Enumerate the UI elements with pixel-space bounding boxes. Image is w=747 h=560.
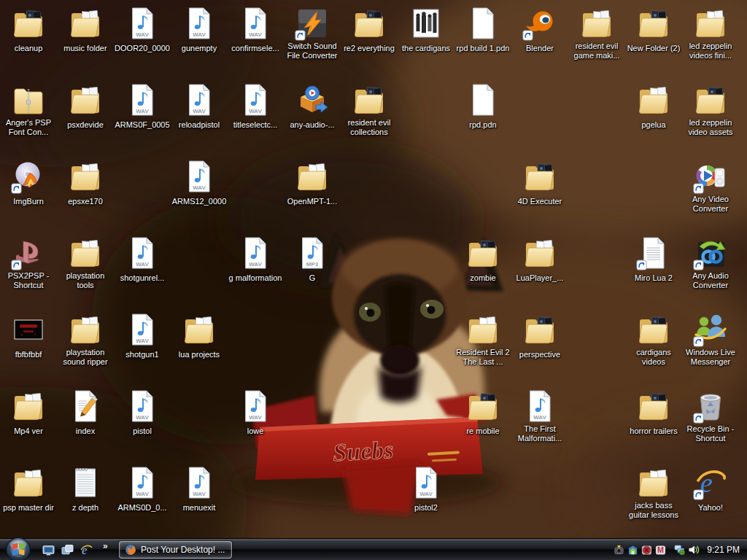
desktop-icon-4d-executer[interactable]: 4D Executer xyxy=(512,159,568,207)
network-tray-icon[interactable] xyxy=(674,544,686,556)
desktop-icon-psxdevide[interactable]: psxdevide xyxy=(58,82,113,131)
miranda-tray-icon[interactable]: M xyxy=(654,544,666,556)
internet-explorer-icon[interactable]: e xyxy=(80,544,93,556)
desktop-icon-horror-trailers[interactable]: horror trailers xyxy=(626,389,681,437)
desktop-icon-g-malformation[interactable]: WAVg malformation xyxy=(228,236,283,284)
desktop-icon-perspective[interactable]: perspective xyxy=(512,312,568,360)
desktop-icon-arms0d-0[interactable]: WAVARMS0D_0... xyxy=(115,465,170,513)
folder-image-icon xyxy=(636,389,671,424)
taskbar-button-label: Post Your Desktop! ... xyxy=(141,545,225,555)
desktop-icon-shotgunrel[interactable]: WAVshotgunrel... xyxy=(115,236,170,284)
svg-text:WAV: WAV xyxy=(193,184,206,191)
volume-tray-icon[interactable] xyxy=(688,544,700,556)
desktop-icon-cleanup[interactable]: cleanup xyxy=(1,6,56,54)
desktop-icon-cardigans-videos[interactable]: cardigans videos xyxy=(626,312,681,368)
desktop-icon-windows-live-messenger[interactable]: Windows Live Messenger xyxy=(683,312,738,368)
app-imgburn-icon xyxy=(11,159,46,194)
desktop-icon-jacks-bass-guitar-lessons[interactable]: jacks bass guitar lessons xyxy=(626,465,681,521)
desktop-icon-mp4-ver[interactable]: Mp4 ver xyxy=(1,389,56,437)
desktop-icon-lowe[interactable]: WAVlowe xyxy=(228,389,283,437)
red-status-tray-icon[interactable] xyxy=(640,544,652,556)
desktop-icon-gunempty[interactable]: WAVgunempty xyxy=(171,6,227,54)
folder-docs-icon xyxy=(68,6,103,41)
svg-text:WAV: WAV xyxy=(193,31,206,38)
desktop-icon-any-video-converter[interactable]: Any Video Converter xyxy=(683,159,738,214)
icon-label: pgelua xyxy=(641,120,665,130)
desktop-icon-psp-master-dir[interactable]: psp master dir xyxy=(1,465,56,513)
icon-label: Recycle Bin - Shortcut xyxy=(683,424,738,443)
icon-label: menuexit xyxy=(183,503,216,513)
desktop-icon-any-audio-converter[interactable]: Any Audio Converter xyxy=(683,236,738,291)
wav-icon: WAV xyxy=(125,312,160,347)
desktop-icon-fbfbfbbf[interactable]: fbfbfbbf xyxy=(1,312,56,360)
taskbar-clock[interactable]: 9:21 PM xyxy=(707,545,740,555)
icon-label: 4D Executer xyxy=(518,197,562,206)
device-tray-icon[interactable] xyxy=(613,544,624,556)
desktop-icon-imgburn[interactable]: ImgBurn xyxy=(1,159,56,207)
taskbar-button-post-your-desktop[interactable]: Post Your Desktop! ... xyxy=(119,541,232,559)
start-button[interactable] xyxy=(5,537,31,560)
desktop-icon-anger-s-psp-font-con[interactable]: Anger's PSP Font Con... xyxy=(1,82,56,138)
svg-text:WAV: WAV xyxy=(136,108,149,114)
desktop-icon-led-zeppelin-videos-fini[interactable]: led zeppelin videos fini... xyxy=(683,6,738,61)
switch-windows-icon[interactable] xyxy=(61,544,74,556)
desktop-icon-reloadpistol[interactable]: WAVreloadpistol xyxy=(171,82,227,131)
desktop-icon-titleselectc[interactable]: WAVtitleselectc... xyxy=(228,82,283,131)
desktop-icon-yahoo[interactable]: eYahoo! xyxy=(683,465,738,513)
desktop-icon-z-depth[interactable]: z depth xyxy=(58,465,113,513)
desktop-icon-arms0f-0005[interactable]: WAVARMS0F_0005 xyxy=(115,82,170,131)
desktop-icon-index[interactable]: index xyxy=(58,389,113,437)
quick-launch-overflow-chevron[interactable]: » xyxy=(103,541,107,551)
desktop-icon-re-mobile[interactable]: re mobile xyxy=(455,389,511,437)
wav-icon: WAV xyxy=(125,6,160,41)
icon-label: LuaPlayer_... xyxy=(516,273,564,283)
icon-label: index xyxy=(76,427,95,436)
desktop-icon-pistol[interactable]: WAVpistol xyxy=(115,389,170,437)
icon-label: New Folder (2) xyxy=(627,44,681,53)
folder-docs-icon xyxy=(68,82,103,117)
desktop-icon-rpd-build-1-pdn[interactable]: rpd build 1.pdn xyxy=(455,6,511,54)
folder-docs-icon xyxy=(68,312,103,347)
desktop-icon-epsxe170[interactable]: epsxe170 xyxy=(58,159,113,207)
safety-tray-icon[interactable] xyxy=(627,544,638,556)
desktop-icon-playstation-tools[interactable]: playstation tools xyxy=(58,236,113,291)
desktop-icon-g[interactable]: MP3G xyxy=(285,236,340,284)
desktop-icon-confirmsele[interactable]: WAVconfirmsele... xyxy=(228,6,283,54)
desktop-icon-any-audio[interactable]: any-audio-... xyxy=(285,82,340,131)
desktop-icon-the-cardigans[interactable]: the cardigans xyxy=(398,6,454,54)
desktop-icon-openmpt-1[interactable]: OpenMPT-1... xyxy=(285,159,340,207)
desktop-icon-re2-everything[interactable]: re2 everything xyxy=(341,6,397,54)
desktop-icon-recycle-bin-shortcut[interactable]: Recycle Bin - Shortcut xyxy=(683,389,738,444)
desktop-icon-lua-projects[interactable]: lua projects xyxy=(171,312,227,360)
desktop-icon-pgelua[interactable]: pgelua xyxy=(626,82,681,131)
desktop-icon-miro-lua-2[interactable]: Miro Lua 2 xyxy=(626,236,681,284)
desktop-icon-resident-evil-collections[interactable]: resident evil collections xyxy=(341,82,397,138)
desktop-icon-door20-0000[interactable]: WAVDOOR20_0000 xyxy=(115,6,170,54)
svg-text:MP3: MP3 xyxy=(306,261,319,268)
desktop-icon-zombie[interactable]: zombie xyxy=(455,236,511,284)
desktop-icon-the-first-malformati[interactable]: WAVThe First Malformati... xyxy=(512,389,568,444)
desktop-icon-shotgun1[interactable]: WAVshotgun1 xyxy=(115,312,170,360)
desktop-icon-music-folder[interactable]: music folder xyxy=(58,6,113,54)
desktop-icon-luaplayer[interactable]: LuaPlayer_... xyxy=(512,236,568,284)
desktop-icon-arms12-0000[interactable]: WAVARMS12_0000 xyxy=(171,159,227,207)
desktop-icon-new-folder-2[interactable]: New Folder (2) xyxy=(626,6,681,54)
desktop-icon-led-zeppelin-video-assets[interactable]: led zeppelin video assets xyxy=(683,82,738,138)
desktop-icon-switch-sound-file-converter[interactable]: Switch Sound File Converter xyxy=(285,6,340,61)
desktop-icon-pistol2[interactable]: WAVpistol2 xyxy=(398,465,454,513)
wav-icon: WAV xyxy=(238,82,273,117)
app-psx-icon xyxy=(11,236,46,271)
doc-blank-icon xyxy=(465,82,500,117)
icon-label: led zeppelin video assets xyxy=(683,118,738,137)
desktop-icon-playstation-sound-ripper[interactable]: playstation sound ripper xyxy=(58,312,113,368)
icon-label: resident evil collections xyxy=(341,118,397,137)
desktop-icon-resident-evil-game-maki[interactable]: resident evil game maki... xyxy=(569,6,624,61)
desktop-icon-blender[interactable]: Blender xyxy=(512,6,568,54)
svg-text:WAV: WAV xyxy=(249,108,262,114)
desktop-icon-rpd-pdn[interactable]: rpd.pdn xyxy=(455,82,511,131)
desktop-icon-menuexit[interactable]: WAVmenuexit xyxy=(171,465,227,513)
show-desktop-icon[interactable] xyxy=(42,544,55,556)
svg-text:WAV: WAV xyxy=(533,414,546,421)
desktop-icon-psx2psp-shortcut[interactable]: PSX2PSP - Shortcut xyxy=(1,236,56,291)
desktop-icon-resident-evil-2-the-last[interactable]: Resident Evil 2 The Last ... xyxy=(455,312,511,368)
